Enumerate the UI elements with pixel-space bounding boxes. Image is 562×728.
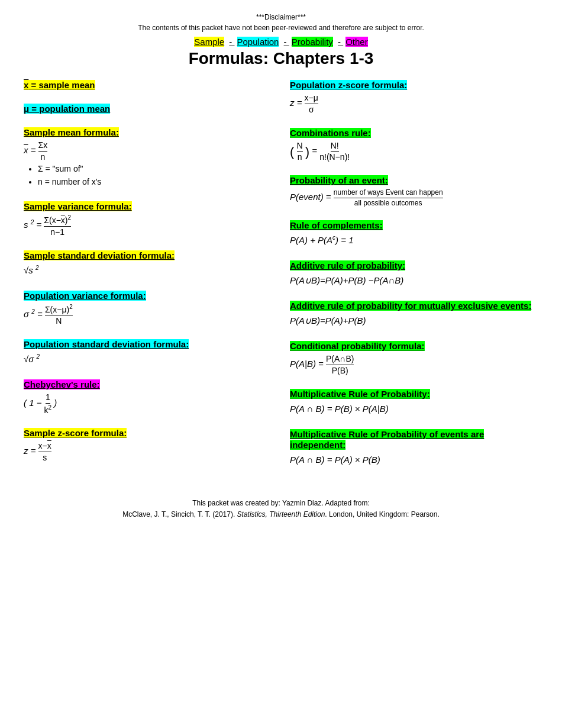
main-content: x = sample mean μ = population mean Samp… [24,80,538,480]
disclaimer: ***Disclaimer*** The contents of this pa… [24,12,538,33]
formula-population-std-dev: Population standard deviation formula: √… [24,339,272,366]
formula-population-mean-def: μ = population mean [24,104,272,114]
nav-population[interactable]: Population [237,37,279,47]
formula-sample-zscore: Sample z-score formula: z = x−x s [24,428,272,463]
nav-sep1: - [229,37,234,47]
formula-combinations: Combinations rule: ( N n ) = N! n!(N−n)! [290,128,538,163]
nav-sep3: - [338,37,343,47]
nav-sample[interactable]: Sample [194,37,224,47]
nav-bar: Sample - Population - Probability - Othe… [24,37,538,47]
disclaimer-line2: The contents of this packet have not bee… [24,22,538,33]
nav-probability[interactable]: Probability [292,37,333,47]
nav-other[interactable]: Other [345,37,368,47]
formula-multiplicative-prob-independent: Multiplicative Rule of Probability of ev… [290,429,538,467]
formula-label-population-mean-def: μ = population mean [24,104,272,114]
formula-additive-prob-exclusive: Additive rule of probability for mutuall… [290,301,538,328]
formula-label-sample-mean-def: x = sample mean [24,80,272,91]
formula-population-zscore: Population z-score formula: z = x−μ σ [290,80,538,115]
formula-conditional-prob: Conditional probability formula: P(A|B) … [290,341,538,376]
formula-complements: Rule of complements: P(A) + P(Ac) = 1 [290,220,538,247]
footer: This packet was created by: Yazmin Diaz.… [24,498,538,520]
left-column: x = sample mean μ = population mean Samp… [24,80,272,480]
formula-probability-event: Probability of an event: P(event) = numb… [290,175,538,207]
formula-sample-variance: Sample variance formula: s 2 = Σ(x−x)2 n… [24,201,272,237]
footer-line2: McClave, J. T., Sincich, T. T. (2017). S… [24,509,538,520]
formula-multiplicative-prob: Multiplicative Rule of Probability: P(A … [290,389,538,416]
formula-sample-std-dev: Sample standard deviation formula: √s 2 [24,250,272,278]
right-column: Population z-score formula: z = x−μ σ Co… [290,80,538,480]
footer-line1: This packet was created by: Yazmin Diaz.… [24,498,538,509]
formula-additive-prob: Additive rule of probability: P(A∪B)=P(A… [290,260,538,288]
formula-sample-mean: Sample mean formula: x = Σx n Σ = "sum o… [24,127,272,188]
disclaimer-line1: ***Disclaimer*** [24,12,538,22]
nav-sep2: - [284,37,289,47]
formula-chebychev: Chebychev's rule: ( 1 − 1 k2 ) [24,379,272,415]
formula-population-variance: Population variance formula: σ 2 = Σ(x−μ… [24,291,272,326]
formula-sample-mean-def: x = sample mean [24,80,272,91]
page-title: Formulas: Chapters 1-3 [24,49,538,68]
